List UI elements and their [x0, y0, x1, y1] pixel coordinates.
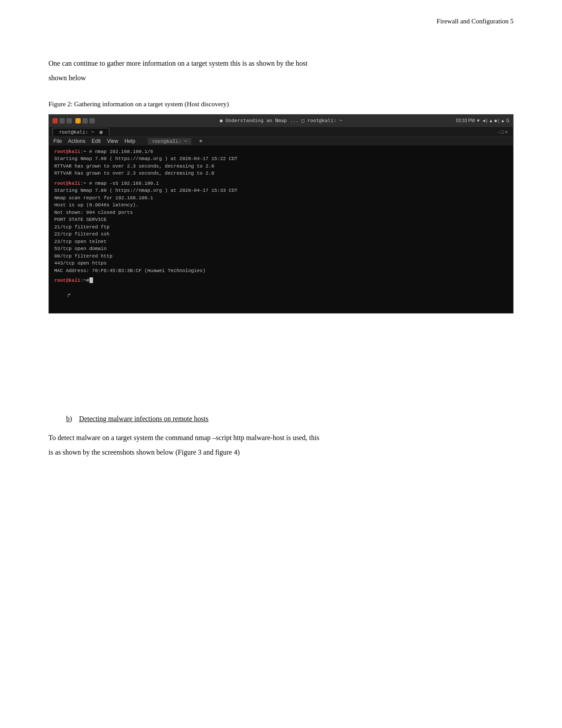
- terminal-topbar: ● Understanding an Nmap ... □ root@kali:…: [49, 115, 513, 127]
- terminal-line-2: Starting Nmap 7.80 ( https://nmap.org ) …: [54, 155, 508, 163]
- terminal-line-4: RTTVAR has grown to over 2.3 seconds, de…: [54, 170, 508, 177]
- output-11: 23/tcp open telnet: [54, 239, 107, 244]
- prompt-hash-final: #: [86, 278, 89, 283]
- terminal-window-controls: [52, 118, 95, 123]
- close-icon: [52, 118, 58, 123]
- app-icon-2: [82, 118, 88, 123]
- terminal-title-text: ● Understanding an Nmap ... □ root@kali:…: [220, 118, 342, 123]
- minimize-icon: [60, 118, 65, 123]
- output-2: RTTVAR has grown to over 2.3 seconds, de…: [54, 164, 214, 169]
- output-12: 53/tcp open domain: [54, 246, 107, 251]
- terminal-line-7: Nmap scan report for 192.168.100.1: [54, 194, 508, 202]
- prompt-1: root@kali:: [54, 149, 83, 154]
- output-6: Host is up (0.0046s latency).: [54, 202, 138, 208]
- mouse-cursor-indicator: ↱: [67, 291, 508, 300]
- figure-caption: Figure 2: Gathering information on a tar…: [48, 101, 514, 108]
- output-15: MAC Address: 70:FD:45:B3:3B:CF (Huawei T…: [54, 268, 205, 273]
- cmd-1: # nmap 192.168.100.1/6: [89, 149, 153, 154]
- terminal-title: ● Understanding an Nmap ... □ root@kali:…: [220, 118, 342, 123]
- terminal-line-15: 80/tcp filtered http: [54, 253, 508, 260]
- terminal-line-10: PORT STATE SERVICE: [54, 216, 508, 224]
- terminal-tab-root: root@kali: ~ ■: [52, 128, 109, 136]
- terminal-line-8: Host is up (0.0046s latency).: [54, 202, 508, 209]
- terminal-line-16: 443/tcp open https: [54, 260, 508, 267]
- output-14: 443/tcp open https: [54, 261, 107, 266]
- output-10: 22/tcp filtered ssh: [54, 231, 109, 237]
- terminal-cursor: [89, 277, 93, 283]
- prompt-dir-final: ~: [83, 278, 86, 283]
- window-actions: - □ ×: [498, 129, 510, 134]
- figure-caption-text: Figure 2: Gathering information on a tar…: [48, 101, 229, 108]
- window-control-buttons: - □ ×: [498, 129, 508, 134]
- output-3: RTTVAR has grown to over 2.3 seconds, de…: [54, 171, 214, 176]
- terminal-line-5: root@kali:~ # nmap -sS 192.168.100.1: [54, 180, 508, 187]
- output-9: 21/tcp filtered ftp: [54, 224, 109, 230]
- intro-text-2: shown below: [48, 74, 86, 82]
- section-b-para-2: is as shown by the screenshots shown bel…: [48, 446, 514, 459]
- terminal-line-9: Not shown: 994 closed ports: [54, 209, 508, 217]
- menu-view[interactable]: View: [107, 138, 118, 145]
- maximize-icon: [67, 118, 72, 123]
- terminal-line-11: 21/tcp filtered ftp: [54, 224, 508, 231]
- terminal-line-final: root@kali:~#: [54, 277, 508, 284]
- output-1: Starting Nmap 7.80 ( https://nmap.org ) …: [54, 156, 238, 161]
- output-5: Nmap scan report for 192.168.100.1: [54, 195, 153, 201]
- terminal-line-14: 53/tcp open domain: [54, 245, 508, 253]
- terminal-line-17: MAC Address: 70:FD:45:B3:3B:CF (Huawei T…: [54, 267, 508, 275]
- menu-help[interactable]: Help: [124, 138, 135, 145]
- terminal-line-3: RTTVAR has grown to over 2.3 seconds, de…: [54, 163, 508, 170]
- menu-edit[interactable]: Edit: [92, 138, 101, 145]
- terminal-line-13: 23/tcp open telnet: [54, 238, 508, 246]
- clock-and-tray: 03:33 PM ▼ ◄) ▲ ■ | ▲ G: [456, 118, 510, 123]
- empty-space: [48, 327, 514, 397]
- tab-icon: ■: [199, 138, 202, 145]
- terminal-screenshot: ● Understanding an Nmap ... □ root@kali:…: [48, 114, 514, 314]
- terminal-line-12: 22/tcp filtered ssh: [54, 231, 508, 238]
- output-4: Starting Nmap 7.80 ( https://nmap.org ) …: [54, 188, 238, 193]
- terminal-body: root@kali:~ # nmap 192.168.100.1/6 Start…: [49, 146, 513, 314]
- section-b-heading: b) Detecting malware infections on remot…: [48, 415, 514, 423]
- section-b-para-1: To detect malware on a target system the…: [48, 432, 514, 444]
- menu-file[interactable]: File: [53, 138, 62, 145]
- section-b-text-2: is as shown by the screenshots shown bel…: [48, 448, 240, 456]
- system-tray: 03:33 PM ▼ ◄) ▲ ■ | ▲ G: [456, 118, 510, 123]
- section-b-text-1: To detect malware on a target system the…: [48, 434, 319, 441]
- terminal-menubar: File Actions Edit View Help root@kaIi: ~…: [49, 137, 513, 146]
- app-icon-3: [89, 118, 95, 123]
- prompt-dir-2: ~: [83, 181, 86, 186]
- terminal-line-1: root@kali:~ # nmap 192.168.100.1/6: [54, 148, 508, 156]
- page-header: Firewall and Configuration 5: [436, 18, 514, 25]
- section-b-label: b): [66, 415, 72, 422]
- prompt-2: root@kali:: [54, 181, 83, 186]
- menu-actions[interactable]: Actions: [68, 138, 85, 145]
- page: Firewall and Configuration 5 One can con…: [0, 0, 562, 728]
- terminal-line-6: Starting Nmap 7.80 ( https://nmap.org ) …: [54, 187, 508, 194]
- terminal-tabbar: root@kali: ~ ■ - □ ×: [49, 127, 513, 137]
- output-7: Not shown: 994 closed ports: [54, 210, 133, 215]
- prompt-dir-1: ~: [83, 149, 86, 154]
- cmd-2: # nmap -sS 192.168.100.1: [89, 181, 159, 186]
- intro-text-1: One can continue to gather more informat…: [48, 60, 308, 67]
- tab-label: root@kali: ~: [59, 129, 94, 135]
- section-b-underlined-title: Detecting malware infections on remote h…: [79, 415, 208, 422]
- output-13: 80/tcp filtered http: [54, 254, 112, 259]
- page-title: Firewall and Configuration 5: [436, 18, 514, 25]
- prompt-final: root@kali:: [54, 278, 83, 283]
- intro-paragraph-2: shown below: [48, 72, 514, 85]
- app-icon: [75, 118, 81, 123]
- tab2-label: root@kaIi: ~: [148, 138, 191, 145]
- output-8: PORT STATE SERVICE: [54, 217, 107, 222]
- section-b-title-text: Detecting malware infections on remote h…: [79, 415, 208, 422]
- intro-paragraph-1: One can continue to gather more informat…: [48, 57, 514, 70]
